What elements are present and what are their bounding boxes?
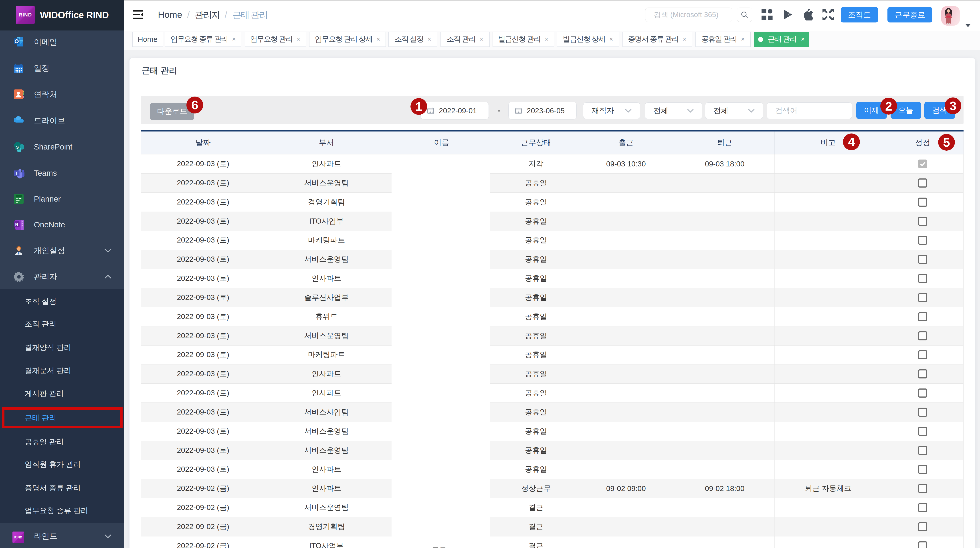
svg-text:T: T [15,171,18,175]
svg-text:S: S [16,145,19,150]
svg-text:N: N [15,222,18,227]
